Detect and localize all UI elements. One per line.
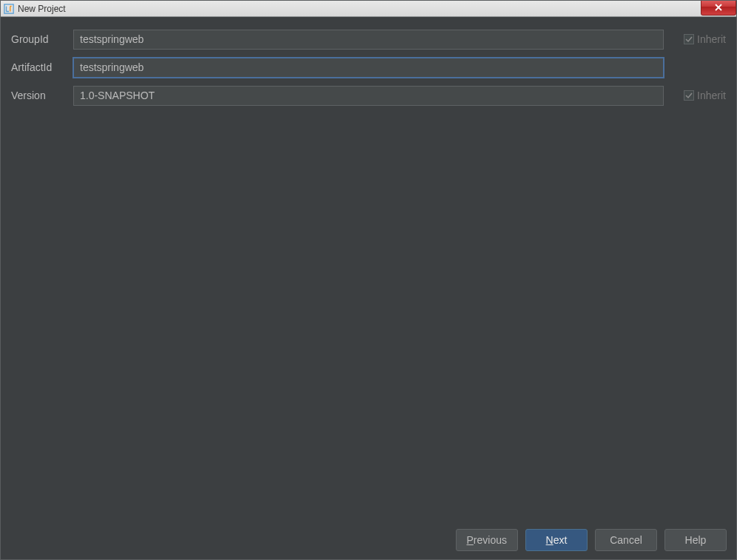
checkbox-icon [684, 90, 694, 101]
svg-rect-0 [4, 4, 13, 13]
form-area: GroupId Inherit ArtifactId Version Inher… [1, 17, 736, 106]
artifactid-row: ArtifactId [11, 57, 726, 78]
artifactid-input[interactable] [73, 58, 664, 78]
button-bar: Previous Next Cancel Help [0, 520, 737, 560]
groupid-label: GroupId [11, 33, 73, 45]
close-button[interactable] [701, 0, 736, 16]
titlebar: New Project [1, 1, 736, 17]
groupid-row: GroupId Inherit [11, 29, 726, 50]
window-title: New Project [18, 4, 66, 14]
app-icon [3, 3, 15, 15]
cancel-button[interactable]: Cancel [595, 529, 657, 551]
version-row: Version Inherit [11, 85, 726, 106]
version-label: Version [11, 90, 73, 101]
groupid-inherit[interactable]: Inherit [664, 33, 726, 45]
checkbox-icon [684, 34, 694, 44]
next-button[interactable]: Next [525, 529, 588, 551]
groupid-input[interactable] [73, 30, 664, 50]
previous-button[interactable]: Previous [456, 529, 518, 551]
inherit-label: Inherit [697, 33, 726, 45]
version-input[interactable] [73, 86, 664, 106]
artifactid-label: ArtifactId [11, 61, 73, 73]
help-button[interactable]: Help [664, 529, 727, 551]
inherit-label: Inherit [697, 90, 726, 101]
version-inherit[interactable]: Inherit [664, 90, 726, 101]
